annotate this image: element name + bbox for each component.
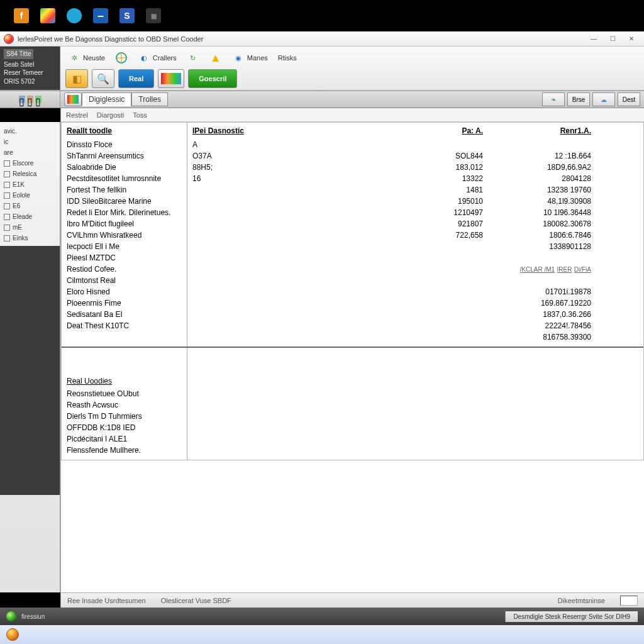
book-icon	[67, 95, 79, 104]
nav-icon	[4, 182, 10, 188]
close-button[interactable]: ✕	[623, 34, 640, 44]
table-cell: Cilmtonst Real	[67, 275, 182, 286]
nav-item[interactable]: Einks	[3, 233, 57, 243]
nav-item[interactable]: Elscore	[3, 158, 57, 169]
nav-item[interactable]: E6	[3, 201, 57, 211]
table-cell	[192, 218, 384, 230]
ribbon-bar: S84 Titte Seab Sstel Reser Temeer ORIS 5…	[0, 47, 644, 91]
inline-link[interactable]: IRER	[557, 266, 572, 273]
app-shortcut-icon[interactable]	[40, 8, 55, 23]
app-shortcut-icon[interactable]	[67, 8, 82, 23]
nav-item[interactable]: Relesica	[3, 169, 57, 179]
toolbar-row: ◧ 🔍 Real Goescril	[65, 67, 639, 88]
table-cell: Redet li Etor Mirk. Dilerinetues.	[67, 207, 182, 218]
sub-tab[interactable]: Diargosti	[97, 111, 124, 119]
system-tray[interactable]: Desmdigle Stesk Reserrgr Svite Sor DIH9	[505, 611, 638, 622]
table-cell: Saloabride Die	[67, 162, 182, 173]
tab-troubles[interactable]: Trolles	[131, 92, 168, 106]
table-cell: 816758.39300	[488, 331, 591, 343]
toolbar-button[interactable]: Dest	[618, 92, 640, 106]
table-cell	[192, 207, 384, 218]
ribbon-tab[interactable]: S84 Titte	[4, 49, 33, 59]
table-cell: ShTanrni Areensumtics	[67, 150, 182, 162]
table-cell: 2804128	[488, 173, 591, 184]
minimize-button[interactable]: —	[585, 34, 602, 44]
status-input[interactable]	[620, 596, 638, 606]
sub-tab[interactable]: Restrel	[66, 111, 88, 119]
menu-item[interactable]: ◉Manes	[230, 50, 270, 65]
tool-button[interactable]: 🔍	[92, 69, 114, 88]
nav-item[interactable]: Eolole	[3, 190, 57, 201]
list-item: Picdécitani l ALE1	[67, 433, 182, 445]
warning-icon: ▲	[209, 52, 222, 64]
tab-diagnostic[interactable]: Digiglessic	[82, 92, 131, 106]
nav-item[interactable]: ic	[3, 136, 57, 147]
app-shortcut-icon[interactable]: –	[93, 8, 108, 23]
table-cell	[192, 252, 384, 264]
nav-item[interactable]: Eleade	[3, 211, 57, 222]
mini-icon[interactable]: ▯	[35, 96, 42, 103]
table-cell: 1837,0.36.266	[488, 309, 591, 320]
nav-item[interactable]: E1K	[3, 179, 57, 190]
inline-link[interactable]: Di/FiA	[574, 266, 591, 273]
table-cell	[389, 320, 483, 331]
taskbar-item[interactable]: firessiun	[21, 613, 45, 620]
table-cell: 183,012	[389, 162, 483, 173]
table-cell: A	[192, 139, 384, 150]
toolbar-button[interactable]: ☁	[592, 92, 615, 106]
nav-item[interactable]: avic.	[3, 126, 57, 136]
table-cell: 48,1l9.30908	[488, 196, 591, 207]
menu-item[interactable]: Rtisks	[275, 53, 299, 63]
nav-item[interactable]: are	[3, 147, 57, 158]
nav-item[interactable]: mE	[3, 222, 57, 233]
toolbar-button[interactable]: ❧	[542, 92, 565, 106]
book-icon	[161, 73, 181, 84]
start-icon[interactable]	[6, 611, 16, 621]
menu-item[interactable]: ✲Neuste	[65, 50, 108, 65]
connect-button[interactable]: Goescril	[188, 69, 237, 88]
table-cell: Sedisatanl Ba EI	[67, 309, 182, 320]
menu-item[interactable]	[113, 50, 130, 65]
tab-icon-button[interactable]	[64, 92, 82, 106]
start-button-icon[interactable]	[6, 628, 19, 641]
menu-item[interactable]: ◐Crallers	[135, 50, 179, 65]
mini-icon[interactable]: ▯	[27, 96, 33, 103]
real-button[interactable]: Real	[118, 69, 154, 88]
os-taskbar: firessiun Desmdigle Stesk Reserrgr Svite…	[0, 608, 644, 625]
app-shortcut-icon[interactable]: ▦	[146, 8, 161, 23]
toolbar-button[interactable]: Brse	[567, 92, 590, 106]
nav-icon	[4, 203, 10, 209]
document-viewport[interactable]: Reallt toodle Dinssto FloceShTanrni Aree…	[60, 122, 644, 592]
list-item: Dierls Tm D Tuhrmiers	[67, 411, 182, 422]
table-cell: 195010	[389, 196, 483, 207]
table-cell: 22224!.78456	[488, 320, 591, 331]
table-cell: 10 1l96.36448	[488, 207, 591, 218]
maximize-button[interactable]: ☐	[604, 34, 621, 44]
column-header: Pa: A.	[389, 126, 483, 138]
menu-item[interactable]: ↻	[184, 50, 202, 65]
window-titlebar: lerlesPoiret we Be Dagonss Diagnsticc to…	[0, 31, 644, 47]
link-row: /KCLAR /M1 IRER Di/FiA	[488, 264, 591, 275]
document-tabs: Digiglessic Trolles	[64, 92, 168, 106]
column-header: Reallt toodle	[67, 126, 182, 138]
table-cell	[192, 184, 384, 196]
table-cell	[192, 264, 384, 275]
menu-item[interactable]: ▲	[207, 50, 225, 65]
mini-icon[interactable]: ▯	[19, 96, 25, 103]
lower-section: Real Uoodies Reosnstietuee OUbutReasth A…	[62, 347, 643, 460]
table-cell: CVlLhmn Whisratkeed	[67, 230, 182, 241]
column-header: IPei Dasnostic	[192, 126, 384, 138]
column-header: Renr1.A.	[488, 126, 591, 138]
tool-button[interactable]: ◧	[65, 69, 88, 88]
sub-tab[interactable]: Toss	[133, 111, 147, 119]
table-cell: Deat Thest K10TC	[67, 320, 182, 331]
table-cell	[192, 230, 384, 241]
table-cell	[488, 139, 591, 150]
list-item: OFFDDB K:1D8 IED	[67, 422, 182, 433]
table-cell: 180082.30678	[488, 218, 591, 230]
data-table: Reallt toodle Dinssto FloceShTanrni Aree…	[61, 122, 644, 460]
tool-button[interactable]	[158, 69, 184, 88]
app-shortcut-icon[interactable]: f	[14, 8, 29, 23]
inline-link[interactable]: /KCLAR /M1	[520, 266, 555, 273]
app-shortcut-icon[interactable]: S	[119, 8, 135, 23]
